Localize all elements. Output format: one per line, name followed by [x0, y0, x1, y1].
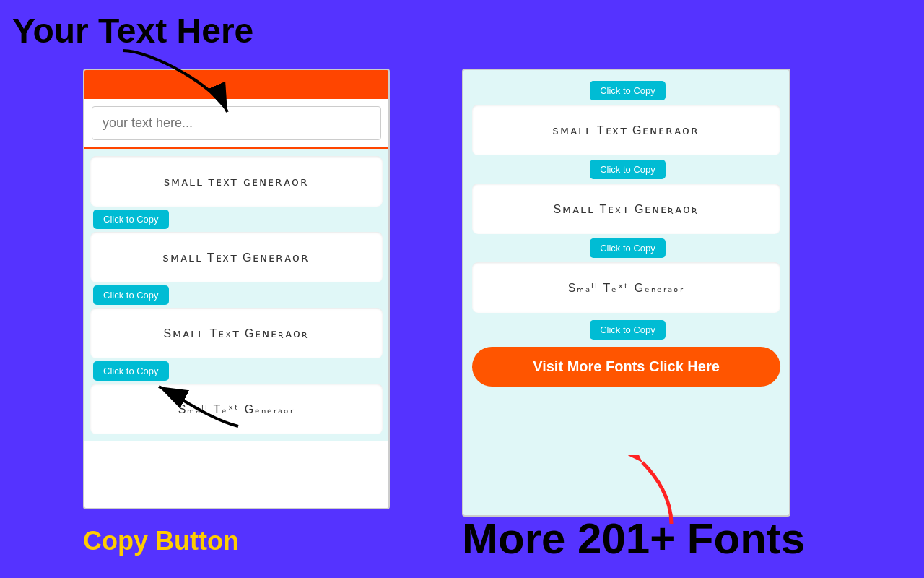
- right-text-box-1-content: sᴍᴀʟʟ Tᴇxᴛ Gᴇɴᴇʀᴀᴏʀ: [553, 124, 700, 137]
- text-box-1-content: sᴍᴀʟʟ ᴛᴇxᴛ ɢᴇɴᴇʀᴀᴏʀ: [164, 175, 309, 189]
- right-copy-btn-3[interactable]: Click to Copy: [590, 238, 666, 258]
- text-box-2-content: sᴍᴀʟʟ Tᴇxᴛ Gᴇɴᴇʀᴀᴏʀ: [163, 251, 310, 264]
- copy-btn-2[interactable]: Click to Copy: [93, 285, 169, 305]
- arrow-to-copy-icon: [144, 376, 245, 434]
- more-fonts-label: More 201+ Fonts: [462, 514, 805, 564]
- right-text-box-1: sᴍᴀʟʟ Tᴇxᴛ Gᴇɴᴇʀᴀᴏʀ: [472, 105, 780, 155]
- arrow-to-input-icon: [108, 43, 238, 123]
- text-box-1: sᴍᴀʟʟ ᴛᴇxᴛ ɢᴇɴᴇʀᴀᴏʀ: [90, 156, 383, 207]
- copy-button-label: Copy Button: [83, 526, 239, 556]
- right-text-box-3: Sₘₐˡˡ Tₑˣᵗ Gₑₙₑᵣₐₒᵣ: [472, 262, 780, 313]
- right-text-box-3-content: Sₘₐˡˡ Tₑˣᵗ Gₑₙₑᵣₐₒᵣ: [568, 281, 685, 295]
- text-box-3-content: Sᴍᴀʟʟ Tᴇxᴛ Gᴇɴᴇʀᴀᴏʀ: [164, 327, 310, 340]
- left-panel: sᴍᴀʟʟ ᴛᴇxᴛ ɢᴇɴᴇʀᴀᴏʀ Click to Copy sᴍᴀʟʟ …: [83, 69, 390, 509]
- text-box-2: sᴍᴀʟʟ Tᴇxᴛ Gᴇɴᴇʀᴀᴏʀ: [90, 232, 383, 282]
- right-panel: Click to Copy sᴍᴀʟʟ Tᴇxᴛ Gᴇɴᴇʀᴀᴏʀ Click …: [462, 69, 790, 517]
- right-text-box-2: Sᴍᴀʟʟ Tᴇxᴛ Gᴇɴᴇʀᴀᴏʀ: [472, 184, 780, 234]
- copy-btn-1[interactable]: Click to Copy: [93, 210, 169, 229]
- right-copy-btn-1[interactable]: Click to Copy: [590, 81, 666, 100]
- text-box-3: Sᴍᴀʟʟ Tᴇxᴛ Gᴇɴᴇʀᴀᴏʀ: [90, 308, 383, 358]
- right-copy-btn-2[interactable]: Click to Copy: [590, 160, 666, 179]
- right-text-box-2-content: Sᴍᴀʟʟ Tᴇxᴛ Gᴇɴᴇʀᴀᴏʀ: [554, 202, 699, 216]
- right-copy-btn-4[interactable]: Click to Copy: [590, 320, 666, 340]
- visit-more-fonts-button[interactable]: Visit More Fonts Click Here: [472, 347, 780, 387]
